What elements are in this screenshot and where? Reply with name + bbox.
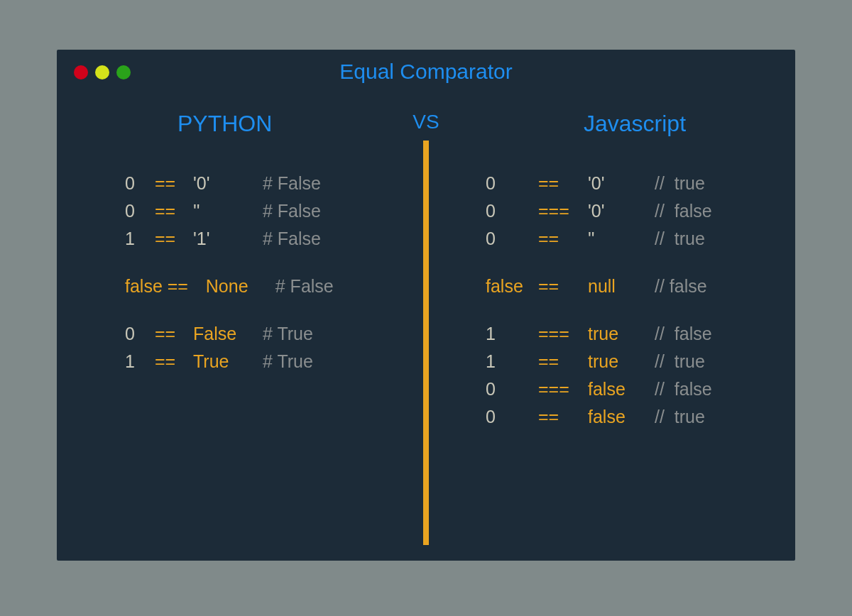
- expr-lhs: 0: [125, 202, 155, 220]
- expr-rhs: true: [588, 353, 649, 370]
- expr-operator: ===: [538, 380, 588, 398]
- expr-rhs: False: [193, 325, 257, 343]
- expr-operator: ==: [538, 230, 588, 248]
- python-code: 0 == '0'# False0 == ''# False1 == '1'# F…: [125, 175, 395, 380]
- column-divider: [423, 141, 429, 545]
- code-line: false == None# False: [125, 277, 395, 295]
- expr-result-comment: # False: [263, 202, 321, 220]
- window-title: Equal Comparator: [57, 60, 795, 84]
- expr-rhs: True: [193, 353, 257, 370]
- expr-rhs: '1': [193, 230, 257, 248]
- expr-rhs: null: [588, 277, 649, 295]
- expr-result-comment: // false: [655, 380, 712, 398]
- expr-lhs: 1: [486, 325, 538, 343]
- expr-operator: ==: [155, 202, 193, 220]
- expr-result-comment: // true: [655, 175, 705, 192]
- expr-result-comment: # False: [275, 277, 334, 295]
- expr-operator: ===: [538, 202, 588, 220]
- expr-operator: ==: [155, 175, 193, 192]
- expr-result-comment: # True: [263, 353, 313, 370]
- expr-result-comment: # False: [263, 230, 321, 248]
- expr-result-comment: # True: [263, 325, 313, 343]
- expr-result-comment: // false: [655, 202, 712, 220]
- code-line: 0 == ''# False: [125, 202, 395, 220]
- expr-rhs: '': [193, 202, 257, 220]
- code-line: 0 == false// true: [486, 408, 770, 426]
- expr-lhs: false: [125, 277, 168, 295]
- expr-result-comment: // true: [655, 353, 705, 370]
- expr-lhs: false: [486, 277, 538, 295]
- code-line: 0 == False# True: [125, 325, 395, 343]
- vs-label: VS: [57, 111, 795, 133]
- expr-result-comment: // false: [655, 277, 707, 295]
- expr-lhs: 0: [486, 230, 538, 248]
- expr-rhs: None: [206, 277, 270, 295]
- expr-lhs: 1: [125, 353, 155, 370]
- expr-lhs: 0: [486, 380, 538, 398]
- expr-operator: ==: [155, 353, 193, 370]
- expr-operator: ==: [155, 325, 193, 343]
- code-line: 1 == true// true: [486, 353, 770, 370]
- expr-lhs: 0: [486, 175, 538, 192]
- expr-rhs: false: [588, 408, 649, 426]
- code-line: 1 === true// false: [486, 325, 770, 343]
- expr-rhs: '': [588, 230, 649, 248]
- expr-result-comment: // true: [655, 408, 705, 426]
- expr-operator: ===: [538, 325, 588, 343]
- expr-rhs: true: [588, 325, 649, 343]
- code-line: 0 === false// false: [486, 380, 770, 398]
- expr-operator: ==: [155, 230, 193, 248]
- expr-lhs: 0: [125, 325, 155, 343]
- expr-lhs: 1: [125, 230, 155, 248]
- expr-lhs: 0: [486, 408, 538, 426]
- expr-operator: ==: [538, 277, 588, 295]
- expr-rhs: '0': [588, 175, 649, 192]
- code-line: 1 == '1'# False: [125, 230, 395, 248]
- code-line: false == null// false: [486, 277, 770, 295]
- expr-lhs: 0: [125, 175, 155, 192]
- javascript-code: 0 == '0'// true0 === '0'// false0 == ''/…: [486, 175, 770, 436]
- expr-rhs: false: [588, 380, 649, 398]
- expr-operator: ==: [538, 353, 588, 370]
- code-window: Equal Comparator PYTHON Javascript VS 0 …: [57, 50, 795, 561]
- expr-operator: ==: [538, 175, 588, 192]
- expr-rhs: '0': [193, 175, 257, 192]
- expr-rhs: '0': [588, 202, 649, 220]
- code-line: 0 == '0'// true: [486, 175, 770, 192]
- code-line: 1 == True# True: [125, 353, 395, 370]
- code-line: 0 == '0'# False: [125, 175, 395, 192]
- expr-result-comment: // false: [655, 325, 712, 343]
- expr-lhs: 1: [486, 353, 538, 370]
- expr-result-comment: # False: [263, 175, 321, 192]
- code-line: 0 == ''// true: [486, 230, 770, 248]
- expr-operator: ==: [168, 277, 206, 295]
- expr-operator: ==: [538, 408, 588, 426]
- expr-result-comment: // true: [655, 230, 705, 248]
- expr-lhs: 0: [486, 202, 538, 220]
- code-line: 0 === '0'// false: [486, 202, 770, 220]
